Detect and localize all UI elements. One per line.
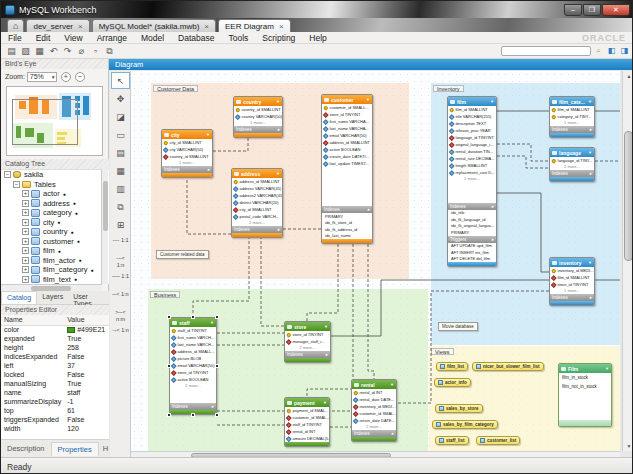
birds-eye-minimap[interactable]: [6, 86, 103, 156]
column-row[interactable]: payment_id SMAL...: [285, 407, 329, 414]
menu-database[interactable]: Database: [171, 33, 221, 43]
tree-item-customer[interactable]: +customer●: [1, 237, 109, 247]
new-diagram-icon[interactable]: ⧉: [103, 45, 116, 57]
menu-model[interactable]: Model: [134, 33, 171, 43]
column-row[interactable]: title VARCHAR(255): [448, 113, 496, 120]
column-row[interactable]: active BOOLEAN: [170, 376, 216, 383]
zoom-select[interactable]: 75%▼: [27, 72, 57, 82]
hand-pan-tool-icon[interactable]: ✥: [111, 90, 130, 107]
column-row[interactable]: inventory_id MEDI...: [352, 403, 396, 410]
column-row[interactable]: language_id TINYINT: [448, 134, 496, 141]
column-row[interactable]: film_id SMALLINT: [550, 274, 594, 281]
view-actor-info[interactable]: actor_info: [434, 378, 471, 387]
section-toggle-icon[interactable]: ▸: [590, 127, 592, 132]
selection-handle[interactable]: [167, 315, 171, 319]
expand-icon[interactable]: +: [22, 247, 29, 254]
column-row[interactable]: release_year YEAR: [448, 127, 496, 134]
expand-toggle-icon[interactable]: ▼: [323, 400, 327, 405]
section-toggle-icon[interactable]: ▸: [590, 295, 592, 300]
close-icon[interactable]: ×: [279, 22, 284, 31]
expand-toggle-icon[interactable]: ▼: [390, 382, 394, 387]
selection-handle[interactable]: [191, 413, 195, 417]
column-row[interactable]: rental_rate DECIMA...: [448, 155, 496, 162]
diagram-vertical-scrollbar[interactable]: ▲▼: [622, 71, 633, 451]
property-row-width[interactable]: width120: [1, 424, 109, 433]
table-store[interactable]: store▼store_id TINYINTmanager_staff_i...…: [284, 321, 331, 363]
tree-item-film[interactable]: +film●: [1, 246, 109, 256]
table-film-cate[interactable]: film_cate...▼film_id SMALLINTcategory_id…: [549, 96, 595, 138]
menu-arrange[interactable]: Arrange: [90, 33, 134, 43]
minimap-viewport[interactable]: [12, 99, 78, 145]
column-row[interactable]: city VARCHAR(50): [162, 146, 212, 153]
rel-1-1-non-identifying-icon[interactable]: -┄- 1:1: [111, 234, 130, 251]
expand-icon[interactable]: +: [22, 228, 29, 235]
indexes-bar[interactable]: Indexes▸: [170, 403, 216, 410]
expand-icon[interactable]: +: [22, 276, 29, 283]
section-toggle-icon[interactable]: ▸: [590, 171, 592, 176]
home-tab[interactable]: ⌂: [7, 19, 24, 32]
column-row[interactable]: rental_date DATE...: [352, 396, 396, 403]
property-row-color[interactable]: color#499E21: [1, 325, 109, 334]
column-row[interactable]: store_id TINYINT: [322, 111, 372, 118]
select-tool-icon[interactable]: ↖: [111, 72, 130, 89]
routine-film-in-stock[interactable]: film_in_stock: [559, 373, 611, 382]
column-row[interactable]: city_id SMALLINT: [162, 139, 212, 146]
section-toggle-icon[interactable]: ▸: [392, 431, 394, 436]
rel-1-n-non-identifying-icon[interactable]: -┄< 1:n: [111, 252, 130, 269]
table-header[interactable]: store▼: [285, 322, 330, 331]
column-row[interactable]: active BOOLEAN: [322, 146, 372, 153]
sidebar-toggle-icon[interactable]: ◧: [606, 46, 617, 56]
property-row-top[interactable]: top61: [1, 406, 109, 415]
rel-n-m-identifying-icon[interactable]: >─< n:m: [111, 306, 130, 323]
view-customer-list[interactable]: customer_list: [476, 436, 520, 445]
column-row[interactable]: rental_id INT: [285, 428, 329, 435]
routine-group-film[interactable]: Film▼film_in_stockfilm_not_in_stock: [558, 363, 612, 427]
expand-toggle-icon[interactable]: ▼: [210, 320, 214, 325]
column-row[interactable]: email VARCHAR(50): [322, 132, 372, 139]
table-language[interactable]: language▼language_id TINY...2 more...Ind…: [549, 147, 595, 182]
table-header[interactable]: staff▼: [170, 318, 216, 327]
column-row[interactable]: replacement_cost D...: [448, 169, 496, 176]
table-customer[interactable]: customer▼customer_id SMALL...store_id TI…: [321, 94, 373, 244]
column-row[interactable]: last_name VARCH...: [170, 341, 216, 348]
menu-view[interactable]: View: [57, 33, 89, 43]
column-row[interactable]: address_id SMALL...: [170, 348, 216, 355]
column-row[interactable]: first_name VARCH...: [170, 334, 216, 341]
tree-item-country[interactable]: +country●: [1, 227, 109, 237]
column-row[interactable]: rental_id INT: [352, 389, 396, 396]
expand-icon[interactable]: +: [22, 266, 29, 273]
tree-item-sakila[interactable]: −sakila: [1, 170, 109, 180]
property-row-triggersexpanded[interactable]: triggersExpandedFalse: [1, 415, 109, 424]
table-header[interactable]: payment▼: [285, 398, 329, 407]
tab-dev-server[interactable]: dev_server×: [26, 19, 89, 32]
section-toggle-icon[interactable]: ▸: [492, 237, 494, 242]
view-sales-by-store[interactable]: sales_by_store: [435, 404, 483, 413]
property-row-expanded[interactable]: expandedTrue: [1, 334, 109, 343]
column-row[interactable]: first_name VARCHA...: [322, 118, 372, 125]
search-input[interactable]: [501, 46, 591, 56]
triggers-bar[interactable]: Triggers▸: [448, 236, 496, 243]
expand-icon[interactable]: +: [22, 257, 29, 264]
column-row[interactable]: address_id SMALLINT: [232, 178, 282, 185]
expand-toggle-icon[interactable]: ▼: [276, 99, 280, 104]
view-staff-list[interactable]: staff_list: [435, 436, 469, 445]
property-row-manualsizing[interactable]: manualSizingTrue: [1, 379, 109, 388]
property-row-name[interactable]: namestaff: [1, 388, 109, 397]
tree-item-actor[interactable]: +actor●: [1, 189, 109, 199]
menu-scripting[interactable]: Scripting: [255, 33, 302, 43]
column-row[interactable]: city_id SMALLINT: [232, 206, 282, 213]
column-row[interactable]: staff_id TINYINT: [285, 421, 329, 428]
column-row[interactable]: inventory_id MEDI...: [550, 267, 594, 274]
expand-toggle-icon[interactable]: ▼: [605, 366, 609, 371]
column-row[interactable]: store_id TINYINT: [170, 369, 216, 376]
table-payment[interactable]: payment▼payment_id SMAL...customer_id SM…: [284, 397, 330, 447]
view-film-list[interactable]: film_list: [436, 362, 468, 371]
column-row[interactable]: customer_id SMAL...: [352, 410, 396, 417]
expand-toggle-icon[interactable]: ▼: [324, 324, 328, 329]
expand-icon[interactable]: +: [22, 219, 29, 226]
image-tool-icon[interactable]: ▦: [111, 162, 130, 179]
column-row[interactable]: original_language_i...: [448, 141, 496, 148]
layer-tool-icon[interactable]: ▭: [111, 126, 130, 143]
column-row[interactable]: customer_id SMALL...: [322, 104, 372, 111]
tree-item-film-category[interactable]: +film_category●: [1, 265, 109, 275]
